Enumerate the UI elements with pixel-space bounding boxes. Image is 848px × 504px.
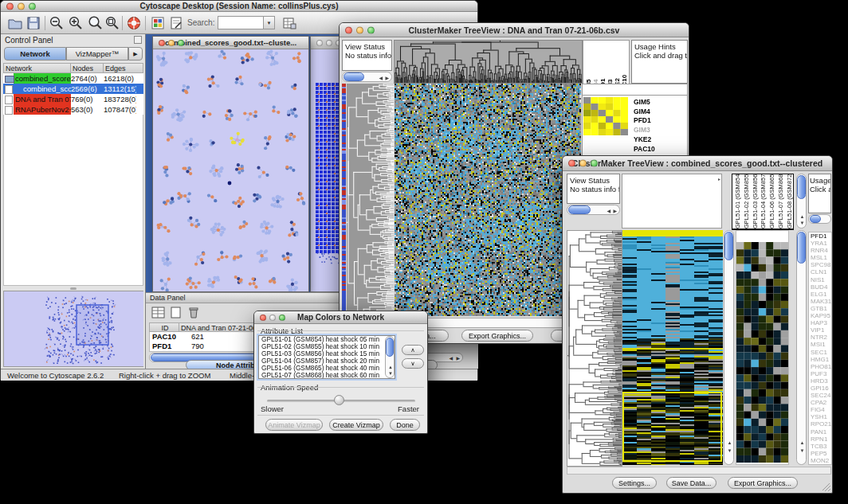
tab-vizmapper[interactable]: VizMapper™ xyxy=(66,47,128,61)
done-button[interactable]: Done xyxy=(390,419,420,431)
column-dendrogram-canvas[interactable] xyxy=(394,40,583,84)
birdseye-view[interactable] xyxy=(3,291,143,367)
scrollbar-thumb[interactable] xyxy=(568,205,591,214)
save-icon[interactable] xyxy=(26,15,41,34)
gene-label[interactable]: GPI16 xyxy=(811,385,831,392)
scrollbar-thumb[interactable] xyxy=(724,232,733,260)
gene-label[interactable]: PEP5 xyxy=(811,450,831,457)
gene-label[interactable]: MAK31 xyxy=(811,298,831,305)
gene-label[interactable]: GIM4 xyxy=(634,107,686,117)
gene-label[interactable]: ELG1 xyxy=(811,291,831,298)
scroll-up-icon[interactable]: ▲ xyxy=(728,440,732,445)
dialog-titlebar[interactable]: Map Colors to Network xyxy=(254,311,427,324)
view-status-scrollbar[interactable]: ◀ ▶ xyxy=(567,205,620,215)
gene-label[interactable]: YKE2 xyxy=(634,135,686,145)
gene-label[interactable]: RPO21 xyxy=(811,420,831,428)
attribute-list-item[interactable]: GPL51-06 (GSM865) heat shock 40 min xyxy=(259,365,395,372)
view-status-scrollbar[interactable]: ◀ ▶ xyxy=(342,72,392,82)
minimize-icon[interactable] xyxy=(579,160,587,167)
close-icon[interactable] xyxy=(568,160,575,167)
scroll-down-icon[interactable]: ▼ xyxy=(800,448,805,453)
zoom-actual-icon[interactable] xyxy=(87,15,103,34)
row-dendrogram-canvas[interactable] xyxy=(567,230,622,467)
network-table-row[interactable]: DNA and Tran 07 769(0) 183728(0) xyxy=(3,94,143,104)
scroll-left-icon[interactable]: ◀ xyxy=(607,209,610,213)
close-icon[interactable] xyxy=(159,40,165,46)
global-vscrollbar[interactable]: ▲ ▼ xyxy=(724,230,734,465)
search-input[interactable] xyxy=(218,16,264,29)
attribute-list-scrollbar[interactable]: ▲ ▼ xyxy=(385,336,395,378)
minimize-icon[interactable] xyxy=(326,40,332,46)
attribute-listbox[interactable]: GPL51-01 (GSM854) heat shock 05 minGPL51… xyxy=(258,335,395,379)
birdseye-canvas[interactable] xyxy=(4,291,143,366)
split-handle[interactable] xyxy=(70,287,77,290)
vizmapper-icon[interactable] xyxy=(150,15,166,34)
global-heatmap-canvas[interactable] xyxy=(622,230,723,465)
float-panel-icon[interactable] xyxy=(134,36,142,44)
scroll-right-icon[interactable]: ▶ xyxy=(613,209,617,213)
gene-label[interactable]: PAN1 xyxy=(811,428,831,436)
col-header-edges[interactable]: Edges xyxy=(104,63,143,73)
scroll-up-icon[interactable]: ▲ xyxy=(800,214,805,219)
gene-label[interactable]: NTR2 xyxy=(811,334,831,341)
treeview-combined-titlebar[interactable]: ClusterMaker TreeView : combined_scores_… xyxy=(563,156,832,171)
treeview-dna-titlebar[interactable]: ClusterMaker TreeView : DNA and Tran 07-… xyxy=(340,23,689,37)
col-header-id[interactable]: ID xyxy=(149,322,179,332)
scroll-down-icon[interactable]: ▼ xyxy=(728,448,732,453)
attribute-list-item[interactable]: GPL51-01 (GSM854) heat shock 05 min xyxy=(259,336,395,343)
scrollbar-thumb[interactable] xyxy=(344,72,364,81)
gene-label[interactable]: NIS1 xyxy=(811,276,831,283)
col-header-nodes[interactable]: Nodes xyxy=(71,63,104,73)
zoom-vscrollbar[interactable]: ▲ ▼ xyxy=(796,230,807,465)
open-file-icon[interactable] xyxy=(7,15,23,34)
maximize-icon[interactable] xyxy=(29,2,36,10)
column-label[interactable]: GPL51-04 (GSM857) xyxy=(760,174,768,229)
network-tree-empty-area[interactable] xyxy=(3,115,143,286)
tab-overflow-icon[interactable]: ▶ xyxy=(128,47,143,61)
resize-grip[interactable] xyxy=(822,483,830,491)
scroll-right-icon[interactable]: ▶ xyxy=(456,356,460,361)
gene-label[interactable]: MSL1 xyxy=(811,254,831,261)
maximize-icon[interactable] xyxy=(178,40,184,46)
maximize-icon[interactable] xyxy=(367,26,375,33)
network-frame-titlebar[interactable]: combined_scores_good.txt--cluste... xyxy=(153,37,308,49)
scroll-down-icon[interactable]: ▼ xyxy=(800,221,805,225)
network-table-row[interactable]: combined_scores 2764(0) 16218(0) xyxy=(3,73,143,84)
expand-icon[interactable]: ▸ xyxy=(718,176,720,182)
maximize-icon[interactable] xyxy=(591,160,598,167)
speed-slider-thumb[interactable] xyxy=(334,395,344,405)
network-table-row[interactable]: RNAPuberNov2+ 563(0) 107847(0) xyxy=(3,104,143,115)
move-down-button[interactable]: ∨ xyxy=(402,358,424,369)
gene-label[interactable]: MON2 xyxy=(811,457,831,464)
scroll-up-icon[interactable]: ▲ xyxy=(800,440,805,445)
gene-label[interactable]: TCB3 xyxy=(811,443,831,450)
close-icon[interactable] xyxy=(316,40,323,46)
gene-label[interactable]: PUF3 xyxy=(811,370,831,377)
gene-label[interactable]: PFD1 xyxy=(811,232,831,240)
gene-label[interactable]: RNR4 xyxy=(811,247,831,254)
zoom-matrix-canvas[interactable] xyxy=(583,97,628,135)
minimize-icon[interactable] xyxy=(168,40,175,46)
network-table-icon[interactable] xyxy=(281,15,297,34)
zoom-heatmap-canvas[interactable] xyxy=(736,242,788,463)
gene-label[interactable]: MSI1 xyxy=(811,341,831,348)
help-lifering-icon[interactable] xyxy=(126,15,142,34)
gene-label[interactable]: HMG1 xyxy=(811,356,831,363)
row-dendrogram-canvas[interactable] xyxy=(347,84,394,316)
global-heatmap-canvas[interactable] xyxy=(395,84,581,316)
annotation-icon[interactable] xyxy=(168,15,184,34)
attribute-list-item[interactable]: GPL51-03 (GSM856) heat shock 15 min xyxy=(259,350,395,357)
gene-label[interactable]: SEC1 xyxy=(811,349,831,356)
delete-attribute-icon[interactable] xyxy=(186,307,201,322)
scroll-left-icon[interactable]: ◀ xyxy=(379,76,383,80)
tab-network[interactable]: Network xyxy=(4,47,66,61)
gene-label[interactable]: YSH1 xyxy=(811,413,831,420)
gene-label[interactable]: SPC98 xyxy=(811,261,831,268)
gene-label[interactable]: YRA1 xyxy=(811,240,831,247)
main-titlebar[interactable]: Cytoscape Desktop (Session Name: collins… xyxy=(1,1,477,12)
network-table-row[interactable]: combined_sco 2569(6) 13112(15) xyxy=(3,84,143,94)
attribute-list-item[interactable]: GPL51-04 (GSM857) heat shock 20 min xyxy=(259,357,395,365)
column-label[interactable]: GPL51-03 (GSM856) xyxy=(752,174,760,229)
gene-label[interactable]: PFD1 xyxy=(634,116,686,126)
export-graphics-button[interactable]: Export Graphics... xyxy=(461,330,533,342)
